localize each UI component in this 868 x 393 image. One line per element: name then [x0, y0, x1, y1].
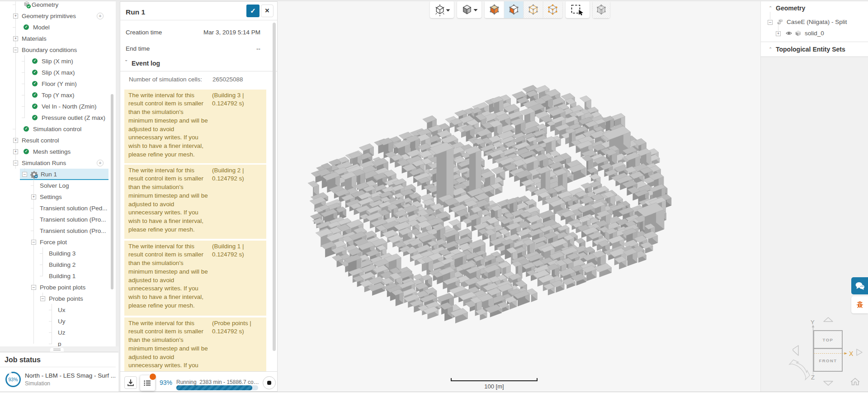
svg-text:X: X	[849, 350, 854, 357]
svg-text:FRONT: FRONT	[819, 358, 837, 363]
svg-text:TOP: TOP	[823, 337, 834, 342]
svg-text:Y: Y	[811, 319, 815, 326]
svg-text:Z: Z	[811, 374, 815, 381]
